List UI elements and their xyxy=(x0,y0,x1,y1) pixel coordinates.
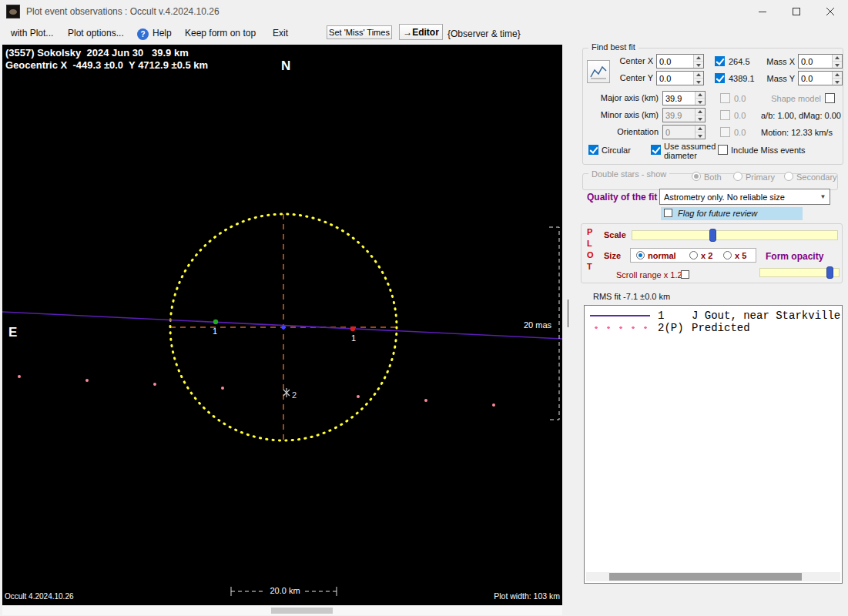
center-x-label: Center X xyxy=(613,56,653,65)
predicted-dot xyxy=(221,387,224,390)
minor-axis-lock-checkbox xyxy=(720,110,730,120)
scale-slider[interactable] xyxy=(632,230,838,240)
use-assumed-diameter-label: Use assumed diameter xyxy=(664,142,719,160)
rms-fit-label: RMS fit -7.1 ±0.0 km xyxy=(593,292,670,301)
orientation-lock-checkbox xyxy=(720,127,730,137)
minor-axis-spinner xyxy=(662,108,706,122)
center-x-input[interactable] xyxy=(657,55,693,68)
predicted-dots-sample xyxy=(590,326,652,330)
circular-checkbox[interactable] xyxy=(588,145,598,155)
predicted-dot xyxy=(492,403,495,407)
quality-combobox[interactable]: Astrometry only. No reliable size xyxy=(659,189,830,205)
minimize-button[interactable] xyxy=(746,0,780,23)
double-stars-both-label: Both xyxy=(704,172,722,182)
orientation-label: Orientation xyxy=(597,127,659,136)
set-miss-times-button[interactable]: Set 'Miss' Times xyxy=(327,25,392,39)
center-y-input[interactable] xyxy=(657,72,693,85)
plot-letter: T xyxy=(587,262,592,271)
editor-button[interactable]: →Editor xyxy=(399,24,443,40)
spin-down-icon[interactable] xyxy=(833,79,842,85)
major-axis-lock-checkbox xyxy=(720,93,730,103)
panel-divider xyxy=(568,300,568,327)
predicted-dot xyxy=(85,379,89,382)
menu-item-exit[interactable]: Exit xyxy=(273,28,288,38)
menu-item-keep-on-top[interactable]: Keep form on top xyxy=(185,28,256,38)
plot-title-line2: Geocentric X -449.3 ±0.0 Y 4712.9 ±0.5 k… xyxy=(5,59,208,71)
plot-letter: O xyxy=(587,250,594,259)
include-miss-label: Include Miss events xyxy=(731,146,806,155)
mass-x-spinner[interactable] xyxy=(798,54,843,69)
chord-end-number: 1 xyxy=(351,333,356,343)
plot-version-label: Occult 4.2024.10.26 xyxy=(5,592,74,601)
minor-axis-label: Minor axis (km) xyxy=(597,110,659,119)
chevron-down-icon[interactable] xyxy=(816,193,830,200)
size-normal-label: normal xyxy=(648,251,676,260)
list-item[interactable]: 1 J Gout, near Starkville xyxy=(585,310,842,322)
center-y-spinner[interactable] xyxy=(656,71,704,85)
spin-up-icon[interactable] xyxy=(833,72,842,79)
star-y-checkbox[interactable] xyxy=(715,73,725,83)
scroll-range-checkbox[interactable] xyxy=(681,270,689,279)
mass-y-input[interactable] xyxy=(799,72,832,85)
double-stars-label: Double stars - show xyxy=(588,169,669,179)
mass-y-spinner[interactable] xyxy=(798,71,843,85)
menu-item-with-plot[interactable]: with Plot... xyxy=(11,28,53,38)
spin-up-icon[interactable] xyxy=(695,92,705,99)
spin-down-icon[interactable] xyxy=(695,99,705,105)
double-stars-both-radio xyxy=(692,172,701,181)
observer-time-button[interactable]: {Observer & time} xyxy=(447,28,521,39)
plot-horizontal-scrollbar[interactable] xyxy=(2,606,562,615)
spin-up-icon xyxy=(695,126,705,132)
titlebar: Plot event observations : Occult v.4.202… xyxy=(0,0,848,23)
spin-up-icon[interactable] xyxy=(694,72,703,79)
mass-x-input[interactable] xyxy=(799,55,832,68)
listbox-scrollbar-thumb[interactable] xyxy=(609,573,802,581)
shape-model-label: Shape model xyxy=(769,94,821,103)
window-title: Plot event observations : Occult v.4.202… xyxy=(26,6,220,17)
flag-review-checkbox[interactable] xyxy=(664,209,672,217)
chord-line-sample xyxy=(590,315,650,316)
orientation-zero: 0.0 xyxy=(734,128,746,137)
star-y-value: 4389.1 xyxy=(729,74,755,83)
opacity-slider-thumb[interactable] xyxy=(826,266,833,279)
major-axis-spinner[interactable] xyxy=(662,91,706,105)
observation-id: 2(P) xyxy=(658,322,684,334)
maximize-button[interactable] xyxy=(779,0,814,23)
spin-up-icon[interactable] xyxy=(694,55,703,62)
star-x-checkbox[interactable] xyxy=(715,56,725,66)
scroll-range-label: Scroll range x 1.25 xyxy=(616,270,687,280)
include-miss-checkbox[interactable] xyxy=(718,145,728,155)
size-x2-radio[interactable] xyxy=(689,251,698,259)
plot-scrollbar-thumb[interactable] xyxy=(271,608,333,614)
plot-letter: L xyxy=(587,239,592,248)
app-window: Plot event observations : Occult v.4.202… xyxy=(0,0,848,616)
observation-name: J Gout, near Starkville xyxy=(692,310,840,322)
center-x-spinner[interactable] xyxy=(656,54,704,69)
major-axis-input[interactable] xyxy=(663,92,695,105)
listbox-horizontal-scrollbar[interactable] xyxy=(586,572,840,581)
menu-item-help[interactable]: Help xyxy=(153,28,172,38)
list-item[interactable]: 2(P) Predicted xyxy=(585,322,842,334)
close-icon xyxy=(826,8,835,16)
scale-slider-thumb[interactable] xyxy=(709,229,716,242)
opacity-slider[interactable] xyxy=(759,268,840,277)
predicted-dot xyxy=(357,395,360,398)
size-normal-radio[interactable] xyxy=(636,251,645,259)
orientation-spinner xyxy=(662,125,706,139)
spin-down-icon[interactable] xyxy=(833,62,842,68)
help-icon[interactable] xyxy=(137,28,149,40)
plot-area[interactable]: (3557) Sokolsky 2024 Jun 30 39.9 km Geoc… xyxy=(2,45,562,605)
close-button[interactable] xyxy=(813,0,848,23)
spin-down-icon[interactable] xyxy=(694,79,703,85)
observations-listbox[interactable]: 1 J Gout, near Starkville 2(P) Predicted xyxy=(584,305,843,584)
double-stars-secondary-radio xyxy=(784,172,793,181)
find-best-fit-button[interactable] xyxy=(587,60,610,83)
spin-down-icon[interactable] xyxy=(694,62,703,68)
spin-up-icon[interactable] xyxy=(833,55,842,62)
shape-model-checkbox[interactable] xyxy=(825,93,835,103)
menu-item-plot-options[interactable]: Plot options... xyxy=(68,28,124,38)
star-x-value: 264.5 xyxy=(729,57,750,66)
use-assumed-diameter-checkbox[interactable] xyxy=(651,145,661,155)
spin-down-icon xyxy=(695,116,705,122)
size-x5-radio[interactable] xyxy=(723,251,732,259)
